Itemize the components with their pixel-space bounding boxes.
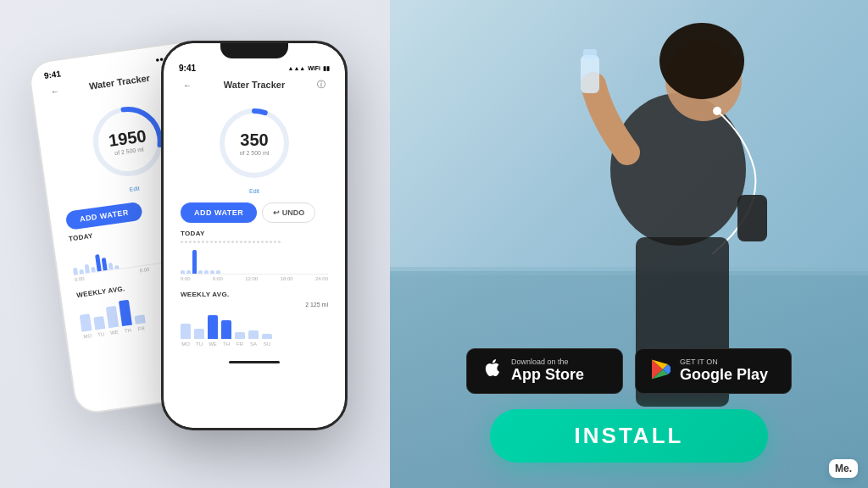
right-content-overlay: Download on the App Store GET IT ON Go <box>390 348 868 463</box>
fg-weekly-label: WEEKLY AVG. <box>170 291 338 298</box>
fg-circle-value: 350 <box>240 131 268 148</box>
fg-dot-grid <box>170 241 338 243</box>
app-store-main: App Store <box>511 366 584 385</box>
fg-edit-link[interactable]: Edit <box>249 188 259 194</box>
svg-rect-6 <box>390 267 868 275</box>
google-play-button[interactable]: GET IT ON Google Play <box>635 348 792 394</box>
bg-back-icon[interactable]: ← <box>47 83 63 98</box>
bg-status-time: 9:41 <box>43 69 61 80</box>
left-panel: 9:41 ●●●WiFi▮ ← Water Tracker ⓘ <box>0 0 390 488</box>
svg-point-8 <box>665 40 742 121</box>
store-buttons-group: Download on the App Store GET IT ON Go <box>466 348 792 394</box>
svg-rect-10 <box>581 55 599 93</box>
phones-container: 9:41 ●●●WiFi▮ ← Water Tracker ⓘ <box>42 24 348 464</box>
bg-edit-link[interactable]: Edit <box>129 186 140 193</box>
bg-nav-title: Water Tracker <box>88 73 150 92</box>
google-play-sub: GET IT ON <box>680 358 768 367</box>
fg-info-icon[interactable]: ⓘ <box>314 78 328 92</box>
svg-point-12 <box>713 107 721 115</box>
svg-rect-11 <box>583 49 597 59</box>
fg-nav-title: Water Tracker <box>224 80 285 90</box>
fg-today-label: TODAY <box>170 230 338 237</box>
svg-point-9 <box>659 23 744 99</box>
fg-weekly-chart: MO TU WE TH FR SA SU <box>170 309 338 356</box>
google-play-icon <box>651 358 671 384</box>
bg-circle-progress: 1950 of 2 500 ml <box>85 98 171 185</box>
app-store-sub: Download on the <box>511 358 584 367</box>
fg-add-water-btn[interactable]: ADD WATER <box>181 202 257 223</box>
apple-icon <box>482 358 503 385</box>
fg-back-icon[interactable]: ← <box>181 78 194 92</box>
fg-circle-sub: of 2 500 ml <box>240 150 270 156</box>
google-play-main: Google Play <box>680 366 768 385</box>
fg-circle-progress: 350 of 2 500 ml <box>216 105 292 181</box>
phone-foreground: 9:41 ▲▲▲ WiFi ▮▮ ← Water Tracker ⓘ <box>161 41 348 430</box>
app-store-text: Download on the App Store <box>511 358 584 385</box>
install-button[interactable]: INSTALL <box>490 409 769 463</box>
app-store-button[interactable]: Download on the App Store <box>466 348 623 394</box>
fg-weekly-amount: 2 125 ml <box>170 302 338 308</box>
fg-today-chart: 0:006:0012:0018:0024:00 <box>170 245 338 287</box>
fg-undo-btn[interactable]: ↩ UNDO <box>262 202 315 223</box>
svg-point-7 <box>610 93 746 246</box>
fg-status-icons: ▲▲▲ WiFi ▮▮ <box>287 65 330 72</box>
svg-rect-14 <box>737 195 767 241</box>
google-play-text: GET IT ON Google Play <box>680 358 768 385</box>
right-panel: Download on the App Store GET IT ON Go <box>390 0 868 488</box>
fg-action-buttons: ADD WATER ↩ UNDO <box>170 199 338 226</box>
fg-status-time: 9:41 <box>179 64 196 73</box>
